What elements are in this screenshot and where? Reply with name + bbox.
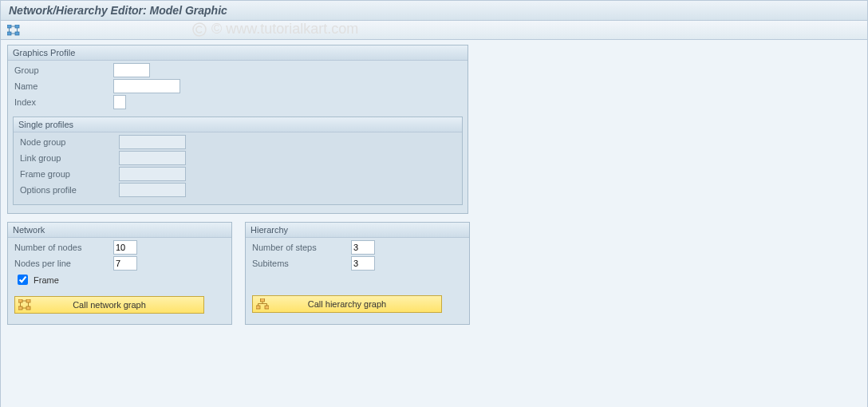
number-of-nodes-label: Number of nodes (11, 243, 113, 252)
hierarchy-graph-icon (253, 298, 272, 310)
options-profile-input (119, 183, 186, 197)
frame-checkbox-label: Frame (34, 275, 59, 285)
svg-rect-18 (256, 306, 260, 309)
frame-group-input (119, 167, 186, 181)
svg-rect-3 (15, 32, 19, 35)
svg-rect-11 (18, 306, 22, 310)
subitems-input[interactable] (351, 256, 375, 271)
graphics-profile-panel: Graphics Profile Group Name Index Single… (7, 45, 468, 214)
frame-group-label: Frame group (17, 169, 119, 179)
network-graph-icon (15, 299, 34, 310)
number-of-steps-label: Number of steps (249, 243, 351, 252)
graphics-profile-title: Graphics Profile (8, 45, 468, 61)
content: Graphics Profile Group Name Index Single… (1, 40, 867, 407)
link-group-input (119, 151, 186, 165)
options-profile-label: Options profile (17, 185, 119, 195)
call-network-graph-button[interactable]: Call network graph (14, 296, 204, 314)
name-input[interactable] (113, 79, 180, 93)
hierarchy-title: Hierarchy (246, 223, 469, 238)
number-of-steps-input[interactable] (351, 240, 375, 255)
svg-rect-1 (15, 25, 19, 28)
watermark-text: © www.tutorialkart.com (211, 21, 358, 38)
hierarchy-panel: Hierarchy Number of steps Subitems (245, 222, 470, 325)
svg-rect-10 (26, 299, 30, 302)
nodes-per-line-label: Nodes per line (11, 259, 113, 268)
name-label: Name (11, 81, 113, 91)
network-title: Network (8, 223, 231, 238)
watermark: © www.tutorialkart.com (192, 21, 358, 38)
network-icon[interactable] (6, 23, 22, 38)
single-profiles-panel: Single profiles Node group Link group Fr… (13, 117, 463, 205)
call-hierarchy-graph-button[interactable]: Call hierarchy graph (252, 295, 442, 313)
svg-rect-19 (265, 306, 269, 309)
node-group-input (119, 135, 186, 149)
svg-rect-12 (26, 306, 30, 310)
call-hierarchy-graph-label: Call hierarchy graph (272, 299, 441, 309)
svg-rect-2 (7, 32, 11, 35)
nodes-per-line-input[interactable] (113, 256, 137, 271)
group-input[interactable] (113, 63, 150, 77)
index-label: Index (11, 97, 113, 107)
frame-checkbox[interactable] (18, 275, 28, 285)
number-of-nodes-input[interactable] (113, 240, 137, 255)
network-panel: Network Number of nodes Nodes per line (7, 222, 232, 325)
index-input[interactable] (113, 95, 126, 109)
svg-rect-9 (18, 299, 22, 302)
node-group-label: Node group (17, 137, 119, 147)
single-profiles-title: Single profiles (14, 117, 462, 132)
subitems-label: Subitems (249, 259, 351, 268)
toolbar: © www.tutorialkart.com (1, 21, 867, 40)
svg-rect-0 (7, 25, 11, 28)
group-label: Group (11, 65, 113, 75)
page-title: Network/Hierarchy Editor: Model Graphic (1, 1, 867, 21)
svg-rect-17 (261, 298, 265, 302)
svg-point-8 (193, 23, 206, 36)
link-group-label: Link group (17, 153, 119, 163)
app-window: Network/Hierarchy Editor: Model Graphic … (0, 0, 868, 407)
call-network-graph-label: Call network graph (34, 300, 203, 310)
